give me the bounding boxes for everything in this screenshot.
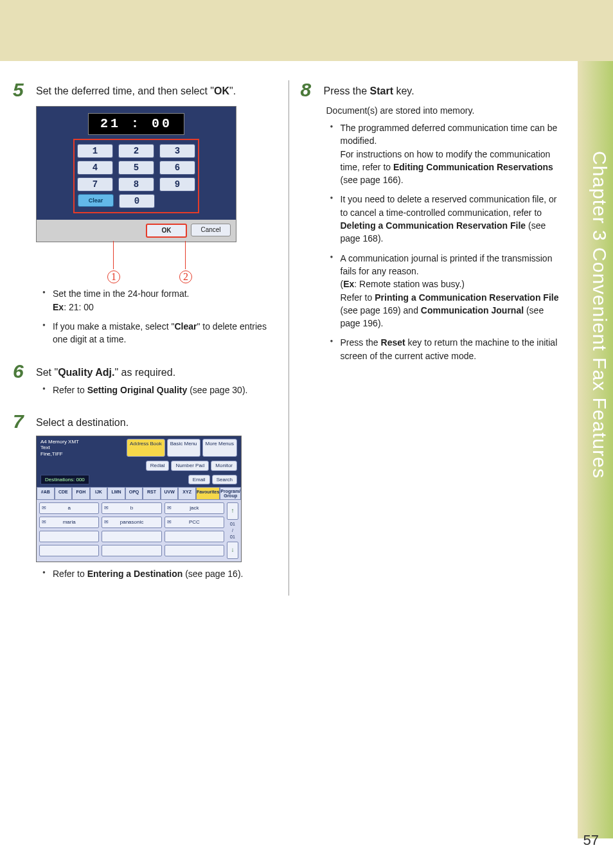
letter-tab[interactable]: RST [143,487,161,500]
time-entry-screenshot: 21 : 00 1 2 3 4 5 6 [36,106,236,242]
contact-cell[interactable]: PCC [164,517,224,528]
tab-basic-menu[interactable]: Basic Menu [167,439,200,457]
search-button[interactable]: Search [212,475,237,484]
step-8: 8 Press the Start key. Document(s) are s… [301,80,565,371]
list-item: Press the Reset key to return the machin… [333,336,565,362]
key-2[interactable]: 2 [118,144,154,158]
step-body: Select a destination. A4 Memory XMT Text… [36,412,277,589]
key-7[interactable]: 7 [77,177,113,191]
note-text: The programmed deferred communication ti… [341,123,558,146]
ref-bold: Deleting a Communication Reservation Fil… [341,220,526,231]
note-text: Refer to [53,569,87,579]
key-5[interactable]: 5 [118,161,154,175]
ref-bold: Editing Communication Reservations [393,162,553,172]
contact-cell[interactable]: b [102,502,161,514]
key-9[interactable]: 9 [159,177,195,191]
step5-ok: OK [214,85,229,96]
note-text: (see page 169) and [341,305,421,315]
ref-bold: Communication Journal [421,305,524,315]
number-pad-button[interactable]: Number Pad [171,461,209,470]
destination-screenshot: A4 Memory XMT Text Fine,TIFF Address Boo… [36,436,242,562]
callout-num-2: 2 [179,270,192,283]
time-display: 21 : 00 [88,113,184,135]
ex-value: : 21: 00 [64,302,94,312]
time-panel: 21 : 00 1 2 3 4 5 6 [37,107,236,220]
favourites-tab[interactable]: Favourites [196,487,220,500]
monitor-button[interactable]: Monitor [211,461,237,470]
clear-button[interactable]: Clear [78,194,114,207]
letter-tab[interactable]: CDE [55,487,73,500]
ref-bold: Entering a Destination [87,569,183,579]
cancel-button[interactable]: Cancel [191,224,231,236]
header-band [0,0,613,61]
step-number: 6 [13,362,36,406]
ex-label: Ex [343,279,354,289]
list-item: Refer to Setting Original Quality (see p… [45,384,277,396]
letter-tab[interactable]: IJK [90,487,108,500]
key-3[interactable]: 3 [159,144,195,158]
email-button[interactable]: Email [188,475,210,484]
step-number: 5 [13,80,36,355]
up-arrow-icon[interactable]: ↑ [227,502,238,520]
callout-lines: 1 2 [36,245,235,283]
note-text: Press the [341,337,381,348]
key-8[interactable]: 8 [118,177,154,191]
step5-notes: Set the time in the 24-hour format. Ex: … [36,287,277,346]
letter-tab[interactable]: XYZ [178,487,196,500]
key-0[interactable]: 0 [119,194,155,208]
key-4[interactable]: 4 [77,161,113,175]
dest-tabs: Address Book Basic Menu More Menus [127,439,237,457]
empty-cell[interactable] [164,545,224,556]
step7-text: Select a destination. [36,417,129,428]
step-5: 5 Set the deferred time, and then select… [13,80,277,355]
ref-bold: Setting Original Quality [87,385,188,395]
empty-cell[interactable] [102,545,161,556]
letter-tab[interactable]: OPQ [125,487,143,500]
ok-button[interactable]: OK [146,224,187,238]
note-text: (see page 16). [182,569,243,579]
time-footer: OK Cancel [37,220,236,242]
step5-text-b: ". [229,85,236,96]
start-key-label: Start [370,85,393,96]
empty-cell[interactable] [164,531,224,542]
letter-tab[interactable]: UVW [161,487,179,500]
scroll-side: ↑ 01 / 01 ↓ [227,502,238,559]
list-item: Refer to Entering a Destination (see pag… [45,567,277,580]
right-column: 8 Press the Start key. Document(s) are s… [289,80,565,596]
left-column: 5 Set the deferred time, and then select… [13,80,289,596]
program-group-tab[interactable]: Program/ Group [220,487,241,500]
contact-cell[interactable]: maria [39,517,99,528]
clear-ref: Clear [174,321,197,332]
step6-text: Set " [36,367,58,378]
page: Chapter 3 Convenient Fax Features 5 Set … [0,0,613,868]
empty-cell[interactable] [102,531,161,542]
side-tab: Chapter 3 Convenient Fax Features [578,61,613,838]
tab-more-menus[interactable]: More Menus [202,439,237,457]
contact-cell[interactable]: a [39,502,99,514]
key-1[interactable]: 1 [77,144,113,158]
step6-notes: Refer to Setting Original Quality (see p… [36,384,277,396]
dest-header: A4 Memory XMT Text Fine,TIFF Address Boo… [37,436,241,460]
step-6: 6 Set "Quality Adj." as required. Refer … [13,362,277,406]
hdr-line: A4 Memory XMT [40,439,79,445]
letter-tab[interactable]: #AB [37,487,55,500]
letter-tab[interactable]: LMN [107,487,125,500]
list-item: Set the time in the 24-hour format. Ex: … [45,287,277,314]
side-tab-label: Chapter 3 Convenient Fax Features [589,151,610,479]
note-text: : Remote station was busy.) [354,279,465,289]
down-arrow-icon[interactable]: ↓ [227,542,238,559]
contact-cell[interactable]: panasonic [102,517,161,528]
callout-num-1: 1 [107,270,120,283]
empty-cell[interactable] [39,545,99,556]
contact-cell[interactable]: jack [164,502,224,514]
step8-text: Press the [324,85,370,96]
step-7: 7 Select a destination. A4 Memory XMT Te… [13,412,277,589]
tab-address-book[interactable]: Address Book [127,439,165,457]
key-6[interactable]: 6 [159,161,195,175]
empty-cell[interactable] [39,531,99,542]
note-text: (see page 30). [187,385,247,395]
redial-button[interactable]: Redial [146,461,170,470]
page-indicator: 01 / 01 [227,521,238,540]
letter-tab[interactable]: FGH [72,487,90,500]
note-text: Set the time in the 24-hour format. [53,288,189,299]
